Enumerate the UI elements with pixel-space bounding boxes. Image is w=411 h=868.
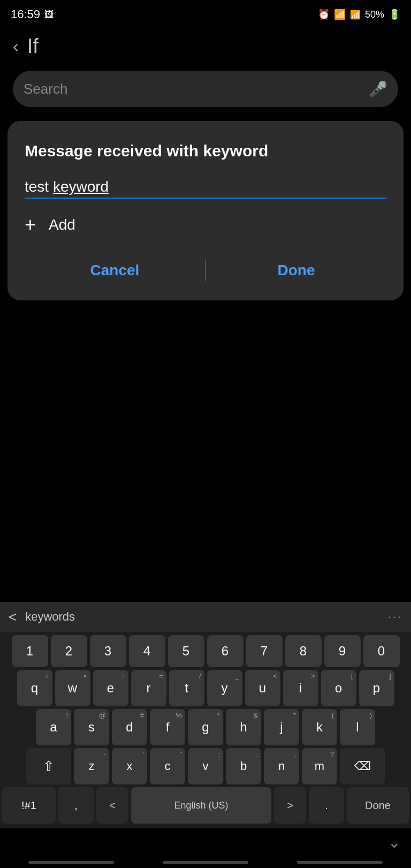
search-bar[interactable]: Search 🎤 <box>13 71 398 107</box>
key-8[interactable]: 8 <box>285 635 322 667</box>
key-e[interactable]: ÷e <box>93 670 128 706</box>
key-3[interactable]: 3 <box>90 635 126 667</box>
status-time: 16:59 🖼 <box>11 7 54 21</box>
done-button[interactable]: Done <box>206 253 386 288</box>
dialog-title: Message received with keyword <box>25 140 386 161</box>
nav-indicator-right <box>297 861 383 864</box>
key-0[interactable]: 0 <box>363 635 400 667</box>
shift-key[interactable]: ⇧ <box>26 748 71 784</box>
nav-indicator-left <box>28 861 114 864</box>
key-o[interactable]: [o <box>321 670 356 706</box>
key-b[interactable]: ;b <box>226 748 261 784</box>
page-title: If <box>27 35 39 58</box>
key-2[interactable]: 2 <box>51 635 87 667</box>
battery-label: 50% <box>365 9 384 20</box>
key-q[interactable]: +q <box>17 670 52 706</box>
key-z[interactable]: -z <box>74 748 109 784</box>
key-w[interactable]: ×w <box>55 670 90 706</box>
asdf-row: !a @s #d %f ^g &h *j (k )l <box>2 709 409 745</box>
key-d[interactable]: #d <box>112 709 147 745</box>
delete-key[interactable]: ⌫ <box>340 748 385 784</box>
microphone-icon[interactable]: 🎤 <box>369 80 387 98</box>
search-container: Search 🎤 <box>4 65 407 112</box>
period-key[interactable]: . <box>309 787 344 824</box>
keyword-text-plain: test keyword <box>25 178 109 195</box>
key-t[interactable]: /t <box>169 670 204 706</box>
signal-icon: 📶 <box>350 10 361 20</box>
alarm-icon: ⏰ <box>318 9 330 20</box>
key-g[interactable]: ^g <box>188 709 223 745</box>
function-row: !#1 , < English (US) > . Done <box>2 787 409 824</box>
key-4[interactable]: 4 <box>129 635 165 667</box>
keyboard-toolbar: < keywords ··· <box>0 602 411 632</box>
key-p[interactable]: ]p <box>359 670 394 706</box>
add-plus-icon: + <box>25 214 36 236</box>
header: ‹ If <box>0 27 411 65</box>
keyboard-area: < keywords ··· 1 2 3 4 5 6 7 8 9 0 +q ×w… <box>0 602 411 868</box>
chevron-down-icon[interactable]: ⌄ <box>388 834 400 851</box>
keyboard: 1 2 3 4 5 6 7 8 9 0 +q ×w ÷e =r /t _y <u… <box>0 632 411 828</box>
comma-key[interactable]: , <box>58 787 94 824</box>
time-display: 16:59 <box>11 7 40 21</box>
status-bar: 16:59 🖼 ⏰ 📶 📶 50% 🔋 <box>0 0 411 27</box>
key-6[interactable]: 6 <box>207 635 243 667</box>
key-5[interactable]: 5 <box>168 635 204 667</box>
key-7[interactable]: 7 <box>246 635 283 667</box>
search-placeholder: Search <box>24 81 369 97</box>
key-i[interactable]: >i <box>283 670 318 706</box>
key-k[interactable]: (k <box>302 709 337 745</box>
chevron-down-bar: ⌄ <box>0 828 411 857</box>
key-s[interactable]: @s <box>74 709 109 745</box>
key-y[interactable]: _y <box>207 670 242 706</box>
key-x[interactable]: 'x <box>112 748 147 784</box>
status-icons: ⏰ 📶 📶 50% 🔋 <box>318 9 400 20</box>
key-l[interactable]: )l <box>340 709 375 745</box>
key-a[interactable]: !a <box>36 709 71 745</box>
keyboard-done-label: Done <box>365 799 391 812</box>
key-u[interactable]: <u <box>245 670 280 706</box>
add-label: Add <box>49 216 75 233</box>
gallery-icon: 🖼 <box>44 9 54 20</box>
battery-icon: 🔋 <box>389 9 400 20</box>
key-v[interactable]: :v <box>188 748 223 784</box>
lang-fwd-key[interactable]: > <box>274 787 306 824</box>
key-n[interactable]: ,n <box>264 748 299 784</box>
space-label: English (US) <box>174 800 228 811</box>
keyboard-toolbar-menu[interactable]: ··· <box>388 610 402 624</box>
key-r[interactable]: =r <box>131 670 166 706</box>
back-button[interactable]: ‹ <box>13 36 19 56</box>
space-key[interactable]: English (US) <box>131 787 271 824</box>
add-row[interactable]: + Add <box>25 214 386 236</box>
dialog-buttons: Cancel Done <box>25 253 386 288</box>
keyword-text-underlined: keyword <box>53 178 109 195</box>
key-m[interactable]: ?m <box>302 748 337 784</box>
cancel-button[interactable]: Cancel <box>25 253 205 288</box>
key-f[interactable]: %f <box>150 709 185 745</box>
key-j[interactable]: *j <box>264 709 299 745</box>
key-h[interactable]: &h <box>226 709 261 745</box>
keyword-input-wrapper: test keyword <box>25 178 386 199</box>
keyboard-done-key[interactable]: Done <box>347 787 409 824</box>
keyboard-toolbar-title: keywords <box>25 610 387 624</box>
keyboard-toolbar-back[interactable]: < <box>9 609 17 625</box>
symbols-key[interactable]: !#1 <box>2 787 56 824</box>
keyword-dialog: Message received with keyword test keywo… <box>7 121 404 300</box>
qwerty-row: +q ×w ÷e =r /t _y <u >i [o ]p <box>2 670 409 706</box>
key-c[interactable]: "c <box>150 748 185 784</box>
number-row: 1 2 3 4 5 6 7 8 9 0 <box>2 635 409 667</box>
zxcv-row: ⇧ -z 'x "c :v ;b ,n ?m ⌫ <box>2 748 409 784</box>
key-9[interactable]: 9 <box>324 635 361 667</box>
lang-back-key[interactable]: < <box>96 787 128 824</box>
wifi-icon: 📶 <box>334 9 346 20</box>
nav-indicator-center <box>163 861 248 864</box>
bottom-nav-hint <box>0 857 411 868</box>
key-1[interactable]: 1 <box>12 635 48 667</box>
